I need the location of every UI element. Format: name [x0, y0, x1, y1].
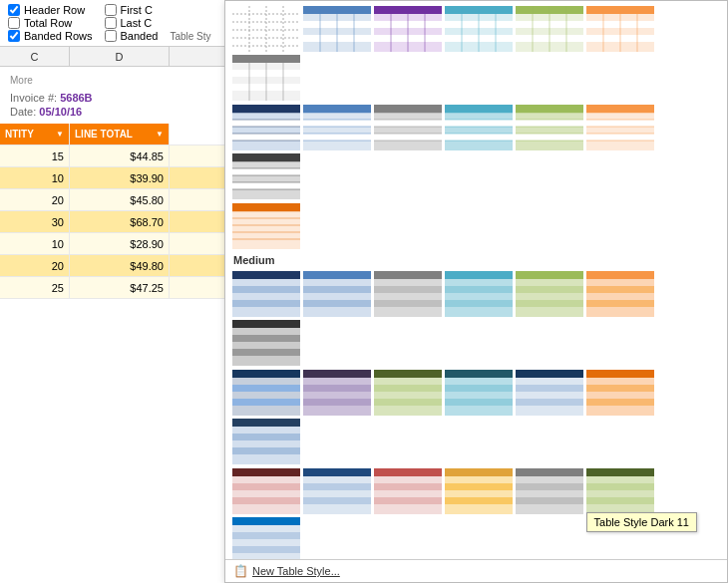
new-table-style-label: New Table Style... — [252, 565, 340, 577]
svg-rect-64 — [232, 105, 300, 113]
table-style-light-4[interactable] — [515, 47, 582, 51]
banded-cols-checkbox[interactable] — [105, 30, 117, 42]
svg-rect-185 — [232, 335, 300, 342]
svg-rect-127 — [232, 189, 300, 199]
svg-rect-227 — [586, 385, 654, 392]
svg-rect-285 — [232, 546, 300, 553]
last-col-label: Last C — [121, 17, 153, 29]
table-style-med-3[interactable] — [373, 270, 441, 316]
new-table-style-button[interactable]: New Table Style... — [252, 565, 340, 577]
tooltip-text: Table Style Dark 11 — [594, 516, 689, 528]
table-style-med-21[interactable] — [231, 516, 299, 559]
svg-rect-169 — [516, 271, 583, 279]
svg-rect-248 — [303, 483, 371, 490]
svg-rect-239 — [232, 468, 300, 476]
table-style-light-b7[interactable] — [231, 152, 299, 198]
styles-scrollable[interactable]: Medium — [225, 47, 727, 559]
table-style-med-15[interactable] — [231, 467, 299, 513]
svg-rect-152 — [303, 300, 371, 307]
svg-rect-190 — [232, 370, 300, 378]
table-style-med-12[interactable] — [515, 369, 582, 415]
svg-rect-76 — [303, 127, 371, 134]
svg-rect-156 — [374, 279, 442, 286]
table-style-med-8[interactable] — [231, 369, 299, 415]
more-text: More — [10, 75, 219, 86]
table-style-med-6[interactable] — [585, 270, 653, 316]
dropdown-bottom-bar: 📋 New Table Style... — [225, 559, 727, 582]
table-style-med-14[interactable] — [231, 418, 299, 463]
svg-rect-240 — [232, 476, 300, 483]
table-style-med-7[interactable] — [231, 319, 299, 365]
table-style-med-17[interactable] — [373, 467, 441, 513]
qty-cell: 10 — [0, 233, 70, 254]
table-row: 10 $28.90 — [0, 233, 229, 255]
svg-rect-180 — [586, 300, 654, 307]
svg-rect-261 — [445, 476, 513, 483]
table-row: 30 $68.70 — [0, 211, 229, 233]
svg-rect-214 — [445, 392, 513, 399]
table-style-light-6[interactable] — [231, 54, 299, 100]
svg-rect-106 — [516, 127, 583, 134]
header-row-label: Header Row — [24, 4, 85, 16]
qty-dropdown-icon[interactable]: ▼ — [56, 127, 64, 143]
banded-rows-checkbox[interactable] — [8, 30, 20, 42]
svg-rect-94 — [445, 105, 513, 113]
table-style-light-5[interactable] — [585, 47, 653, 51]
table-style-light-2[interactable] — [373, 47, 441, 51]
qty-header-cell: NTITY ▼ — [0, 124, 70, 145]
table-style-med-19[interactable] — [515, 467, 582, 513]
table-style-med-1[interactable] — [231, 270, 299, 316]
last-col-checkbox[interactable] — [105, 17, 117, 29]
table-style-med-16[interactable] — [302, 467, 370, 513]
svg-rect-173 — [516, 300, 583, 307]
table-style-med-2[interactable] — [302, 270, 370, 316]
table-style-med-18[interactable] — [444, 467, 512, 513]
svg-rect-164 — [445, 286, 513, 293]
header-row-checkbox[interactable] — [8, 4, 20, 16]
table-style-light-b4[interactable] — [444, 104, 512, 149]
table-row: 20 $45.80 — [0, 189, 229, 211]
svg-rect-146 — [232, 307, 300, 317]
svg-rect-243 — [232, 497, 300, 504]
total-row-label: Total Row — [24, 17, 72, 29]
svg-rect-223 — [516, 406, 583, 416]
table-style-light-b2[interactable] — [302, 104, 370, 149]
light-orange-row — [231, 202, 721, 248]
table-style-light-b3[interactable] — [373, 104, 441, 149]
table-style-light-b1[interactable] — [231, 104, 299, 149]
total-row-checkbox[interactable] — [8, 17, 20, 29]
svg-rect-286 — [232, 553, 300, 559]
svg-rect-201 — [303, 399, 371, 406]
table-style-med-20[interactable] — [585, 467, 653, 513]
table-style-med-9[interactable] — [302, 369, 370, 415]
svg-rect-184 — [232, 328, 300, 335]
table-style-med-10[interactable] — [373, 369, 441, 415]
total-header-label: LINE TOTAL — [75, 127, 133, 143]
table-style-med-5[interactable] — [515, 270, 582, 316]
table-style-med-4[interactable] — [444, 270, 512, 316]
first-col-checkbox[interactable] — [105, 4, 117, 16]
svg-rect-208 — [374, 399, 442, 406]
svg-rect-165 — [445, 293, 513, 300]
svg-rect-179 — [586, 293, 654, 300]
svg-rect-244 — [232, 504, 300, 514]
new-table-style-icon: 📋 — [233, 564, 248, 578]
svg-rect-228 — [586, 392, 654, 399]
table-style-light-b5[interactable] — [515, 104, 582, 149]
svg-rect-104 — [516, 105, 583, 113]
table-style-med-11[interactable] — [444, 369, 512, 415]
svg-rect-242 — [232, 490, 300, 497]
table-style-orange-only[interactable] — [231, 202, 299, 248]
svg-rect-143 — [232, 286, 300, 293]
table-style-light-3[interactable] — [444, 47, 512, 51]
table-style-none[interactable] — [231, 47, 299, 51]
total-dropdown-icon[interactable]: ▼ — [156, 127, 164, 143]
table-style-light-1[interactable] — [302, 47, 370, 51]
svg-rect-262 — [445, 483, 513, 490]
svg-rect-197 — [303, 370, 371, 378]
svg-rect-125 — [232, 161, 300, 168]
table-style-med-13[interactable] — [585, 369, 653, 415]
table-row: 10 $39.90 — [0, 167, 229, 189]
svg-rect-194 — [232, 399, 300, 406]
table-style-light-b6[interactable] — [585, 104, 653, 149]
